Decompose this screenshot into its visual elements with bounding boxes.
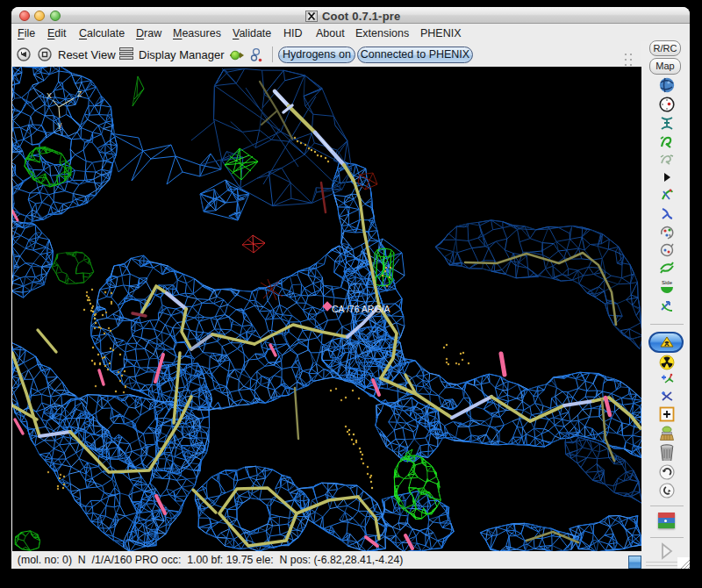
svg-text:CA /76 ARG/A: CA /76 ARG/A: [332, 304, 390, 314]
svg-text:X: X: [47, 91, 52, 100]
svg-text:Side: Side: [662, 280, 673, 285]
svg-text:Z: Z: [77, 90, 82, 98]
